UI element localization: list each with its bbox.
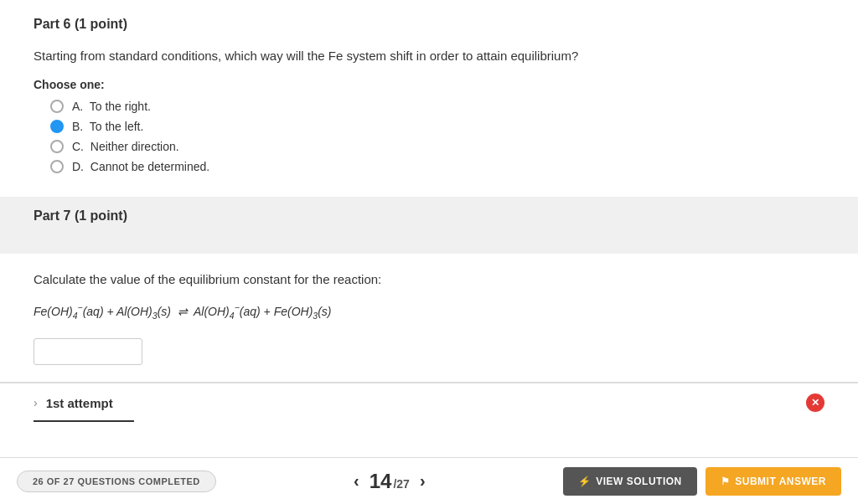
part6-question: Starting from standard conditions, which… xyxy=(34,47,824,66)
equation-formula: Fe(OH)4−(aq) + Al(OH)3(s) ⇌ Al(OH)4−(aq)… xyxy=(34,305,331,318)
page-current: 14 xyxy=(370,470,392,493)
nav-center: ‹ 14 /27 › xyxy=(354,470,426,493)
submit-answer-label: SUBMIT ANSWER xyxy=(735,476,826,487)
prev-arrow[interactable]: ‹ xyxy=(354,471,359,491)
option-a-label: A. To the right. xyxy=(72,100,151,113)
radio-d[interactable] xyxy=(50,160,64,173)
option-b[interactable]: B. To the left. xyxy=(50,120,824,133)
content-area: Part 6 (1 point) Starting from standard … xyxy=(0,0,858,504)
submit-answer-button[interactable]: ⚑ SUBMIT ANSWER xyxy=(706,467,841,496)
radio-a[interactable] xyxy=(50,100,64,113)
option-b-label: B. To the left. xyxy=(72,120,143,133)
chevron-icon[interactable]: › xyxy=(34,396,38,409)
option-d-label: D. Cannot be determined. xyxy=(72,160,209,173)
page-wrapper: Part 6 (1 point) Starting from standard … xyxy=(0,0,858,504)
options-list: A. To the right. B. To the left. C. Neit… xyxy=(34,100,824,173)
lightning-icon: ⚡ xyxy=(578,476,592,487)
progress-pill: 26 OF 27 QUESTIONS COMPLETED xyxy=(17,471,216,492)
attempt-status-icon: ✕ xyxy=(806,393,824,412)
choose-one-label: Choose one: xyxy=(34,78,824,91)
part6-header: Part 6 (1 point) xyxy=(34,17,824,32)
part7-header: Part 7 (1 point) xyxy=(34,208,824,224)
page-separator-total: /27 xyxy=(393,477,409,491)
option-d[interactable]: D. Cannot be determined. xyxy=(50,160,824,173)
part7-equation: Fe(OH)4−(aq) + Al(OH)3(s) ⇌ Al(OH)4−(aq)… xyxy=(34,301,824,323)
view-solution-button[interactable]: ⚡ VIEW SOLUTION xyxy=(563,467,697,496)
view-solution-label: VIEW SOLUTION xyxy=(596,476,682,487)
option-c[interactable]: C. Neither direction. xyxy=(50,140,824,153)
page-fraction: 14 /27 xyxy=(370,470,410,493)
right-buttons: ⚡ VIEW SOLUTION ⚑ SUBMIT ANSWER xyxy=(563,467,841,496)
radio-b[interactable] xyxy=(50,120,64,133)
part6-section: Part 6 (1 point) Starting from standard … xyxy=(0,0,858,197)
part7-content: Calculate the value of the equilibrium c… xyxy=(0,254,858,383)
part7-question: Calculate the value of the equilibrium c… xyxy=(34,270,824,290)
attempt-x-icon: ✕ xyxy=(811,397,819,409)
attempt-underline xyxy=(34,420,134,422)
option-c-label: C. Neither direction. xyxy=(72,140,179,153)
flag-icon: ⚑ xyxy=(721,476,731,487)
next-arrow[interactable]: › xyxy=(420,471,426,491)
answer-input[interactable] xyxy=(34,338,142,365)
bottom-bar: 26 OF 27 QUESTIONS COMPLETED ‹ 14 /27 › … xyxy=(0,457,858,504)
option-a[interactable]: A. To the right. xyxy=(50,100,824,113)
attempt-label: 1st attempt xyxy=(46,396,113,410)
part7-header-section: Part 7 (1 point) xyxy=(0,197,858,254)
attempt-section: › 1st attempt ✕ xyxy=(0,382,858,419)
radio-c[interactable] xyxy=(50,140,64,153)
